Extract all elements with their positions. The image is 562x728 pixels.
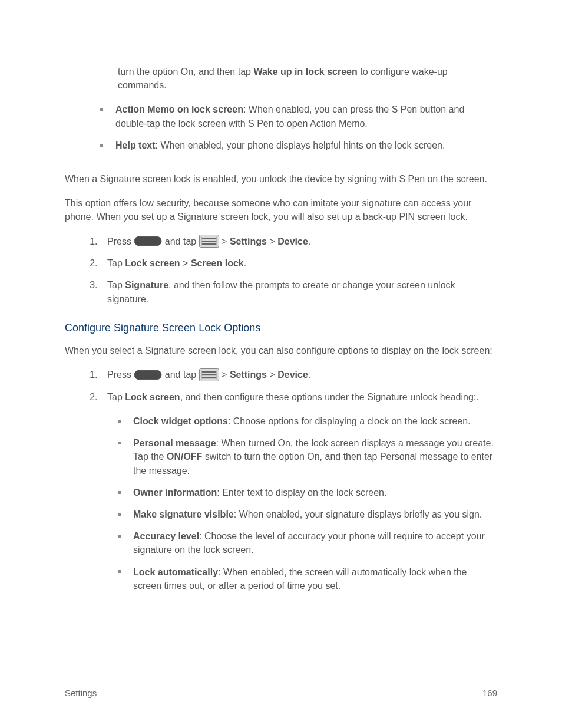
configure-options-list: Clock widget options: Choose options for…: [65, 414, 497, 592]
svg-rect-13: [216, 370, 217, 379]
bold-label: Wake up in lock screen: [253, 67, 357, 77]
bold-label: Device: [277, 370, 308, 380]
list-item: Tap Signature, and then follow the promp…: [100, 278, 497, 305]
bold-label: Help text: [115, 140, 156, 150]
svg-rect-7: [134, 370, 161, 380]
bold-label: Lock screen: [125, 258, 180, 268]
bold-label: Device: [277, 236, 308, 246]
list-item: Lock automatically: When enabled, the sc…: [118, 565, 497, 592]
footer-left: Settings: [65, 687, 97, 700]
svg-rect-2: [202, 238, 216, 239]
svg-rect-5: [201, 237, 202, 246]
list-item: Owner information: Enter text to display…: [118, 486, 497, 499]
list-item: Press and tap: [100, 368, 497, 382]
text: : When enabled, your signature displays …: [234, 509, 482, 519]
section-heading: Configure Signature Screen Lock Options: [65, 320, 497, 335]
document-content: turn the option On, and then tap Wake up…: [65, 65, 497, 592]
bold-label: Lock automatically: [133, 567, 218, 577]
bold-label: Personal message: [133, 438, 216, 448]
bold-label: Screen lock: [191, 258, 244, 268]
home-button-icon: [134, 236, 162, 246]
text: >: [222, 370, 230, 380]
svg-rect-11: [202, 377, 216, 378]
menu-icon: [199, 235, 219, 248]
configure-steps: Press and tap: [65, 368, 497, 404]
svg-rect-6: [216, 237, 217, 246]
list-item: Help text: When enabled, your phone disp…: [100, 139, 497, 152]
bold-label: Settings: [230, 236, 267, 246]
text: Tap: [107, 392, 125, 402]
signature-steps: Press and tap: [65, 235, 497, 306]
svg-rect-10: [202, 374, 216, 375]
svg-rect-9: [202, 371, 216, 373]
svg-rect-3: [202, 241, 216, 242]
text: , and then configure these options under…: [180, 392, 479, 402]
text: >: [222, 236, 230, 246]
text: and tap: [165, 370, 199, 380]
bold-label: Action Memo on lock screen: [115, 104, 243, 114]
text: Tap: [107, 280, 125, 290]
list-item: Press and tap: [100, 235, 497, 249]
home-button-icon: [134, 370, 162, 380]
text: .: [308, 236, 310, 246]
text: : Choose options for displaying a clock …: [228, 416, 471, 426]
svg-rect-4: [202, 243, 216, 245]
bold-label: ON/OFF: [167, 452, 202, 462]
bold-label: Settings: [230, 370, 267, 380]
list-item: Tap Lock screen, and then configure thes…: [100, 390, 497, 404]
paragraph: When you select a Signature screen lock,…: [65, 344, 497, 357]
text: .: [308, 370, 310, 380]
document-page: turn the option On, and then tap Wake up…: [0, 0, 562, 728]
list-item: Personal message: When turned On, the lo…: [118, 436, 497, 477]
text: Press: [107, 236, 134, 246]
bold-label: Owner information: [133, 487, 217, 498]
bold-label: Lock screen: [125, 392, 180, 402]
page-number: 169: [482, 687, 497, 700]
text: .: [244, 258, 246, 268]
bold-label: Make signature visible: [133, 509, 234, 519]
list-item: Clock widget options: Choose options for…: [118, 414, 497, 428]
text: and tap: [165, 236, 199, 246]
text: Press: [107, 370, 134, 380]
text: : Enter text to display on the lock scre…: [217, 487, 386, 498]
intro-bullet-list: Action Memo on lock screen: When enabled…: [65, 103, 497, 152]
page-footer: Settings 169: [65, 687, 497, 700]
svg-rect-0: [134, 236, 161, 246]
paragraph: When a Signature screen lock is enabled,…: [65, 172, 497, 186]
text: turn the option On, and then tap: [118, 67, 253, 77]
text: >: [267, 236, 277, 246]
list-item: Action Memo on lock screen: When enabled…: [100, 103, 497, 130]
menu-icon: [199, 368, 219, 381]
bold-label: Clock widget options: [133, 416, 228, 426]
list-item: Accuracy level: Choose the level of accu…: [118, 529, 497, 556]
bold-label: Signature: [125, 280, 168, 290]
text: : When enabled, your phone displays help…: [156, 140, 445, 150]
text: >: [180, 258, 191, 268]
list-item: Tap Lock screen > Screen lock.: [100, 256, 497, 270]
svg-rect-12: [201, 370, 202, 379]
list-item: Make signature visible: When enabled, yo…: [118, 508, 497, 521]
text: >: [267, 370, 277, 380]
continuation-paragraph: turn the option On, and then tap Wake up…: [65, 65, 497, 92]
paragraph: This option offers low security, because…: [65, 196, 497, 223]
bold-label: Accuracy level: [133, 531, 199, 541]
text: Tap: [107, 258, 125, 268]
